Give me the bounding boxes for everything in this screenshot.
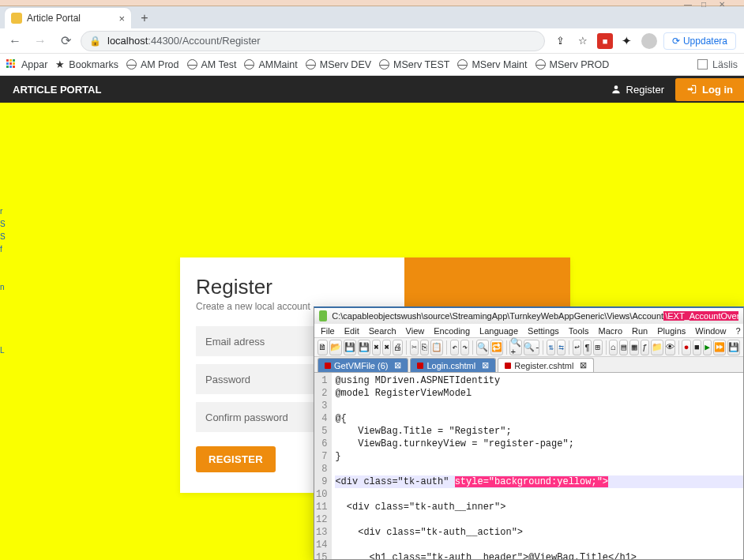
apps-button[interactable]: Appar	[6, 59, 47, 70]
menu-item[interactable]: Edit	[344, 326, 359, 336]
person-icon	[611, 84, 622, 95]
os-titlebar: — □ ✕	[0, 0, 744, 6]
new-tab-button[interactable]: +	[134, 8, 155, 28]
window-minimize-icon[interactable]: —	[684, 0, 693, 6]
bookmark-item[interactable]: AM Test	[187, 59, 237, 70]
file-tab[interactable]: Login.cshtml⊠	[410, 358, 496, 372]
file-tab-active[interactable]: Register.cshtml⊠	[498, 358, 594, 372]
bookmarks-bar: Appar ★Bookmarks AM Prod AM Test AMMaint…	[0, 54, 744, 76]
extensions-button[interactable]: ✦	[619, 33, 635, 49]
bookmark-item[interactable]: MServ Maint	[457, 59, 527, 70]
menu-item[interactable]: Macro	[598, 326, 622, 336]
apps-grid-icon	[6, 59, 17, 70]
undo-icon[interactable]: ↶	[450, 340, 459, 355]
menu-item[interactable]: Search	[369, 326, 396, 336]
login-button[interactable]: Log in	[675, 78, 744, 101]
star-icon: ★	[55, 58, 65, 70]
menu-item[interactable]: Encoding	[434, 326, 470, 336]
save-all-icon[interactable]: 💾	[358, 340, 370, 355]
record-macro-icon[interactable]: ●	[682, 340, 690, 355]
notepad-file-tabs: GetVMFile (6)⊠ Login.cshtml⊠ Register.cs…	[314, 357, 743, 373]
register-button[interactable]: REGISTER	[196, 446, 276, 472]
open-icon[interactable]: 📂	[329, 340, 342, 355]
share-icon[interactable]: ⇪	[553, 33, 569, 49]
notepad-app-icon	[319, 310, 327, 321]
forward-button[interactable]: →	[30, 31, 51, 51]
zoom-out-icon[interactable]: 🔍-	[524, 340, 539, 355]
lang-icon[interactable]: ⌂	[609, 340, 618, 355]
doc-map-icon[interactable]: ▤	[619, 340, 628, 355]
browser-tab[interactable]: Article Portal ×	[5, 8, 131, 28]
bookmark-item[interactable]: AM Prod	[126, 59, 179, 70]
tab-close-icon[interactable]: ×	[118, 13, 125, 24]
menu-item[interactable]: ?	[735, 326, 740, 336]
globe-icon	[379, 59, 389, 70]
bookmarks-folder[interactable]: ★Bookmarks	[55, 58, 118, 70]
bookmark-item[interactable]: MServ TEST	[379, 59, 449, 70]
save-macro-icon[interactable]: 💾	[727, 340, 740, 355]
menu-item[interactable]: Window	[695, 326, 726, 336]
notepad-titlebar[interactable]: C:\capableobjectswush\source\StreamingAp…	[314, 308, 743, 324]
window-maximize-icon[interactable]: □	[701, 0, 711, 6]
notepad-menubar[interactable]: File Edit Search View Encoding Language …	[314, 324, 743, 338]
save-icon[interactable]: 💾	[344, 340, 356, 355]
close-file-icon[interactable]: ✖	[372, 340, 381, 355]
modified-dot-icon	[505, 363, 511, 369]
indent-guide-icon[interactable]: ⊞	[593, 340, 602, 355]
toolbar-right: ⇪ ☆ ■ ✦ ⟳Uppdatera	[550, 32, 739, 50]
close-all-icon[interactable]: ✖	[382, 340, 391, 355]
extension-icon[interactable]: ■	[597, 33, 613, 49]
doc-list-icon[interactable]: ▦	[629, 340, 638, 355]
menu-item[interactable]: Settings	[528, 326, 559, 336]
menu-item[interactable]: Tools	[569, 326, 589, 336]
paste-icon[interactable]: 📋	[430, 340, 443, 355]
reading-list-button[interactable]: Läslis	[697, 59, 738, 70]
profile-avatar[interactable]	[641, 33, 657, 49]
bookmark-item[interactable]: AMMaint	[244, 59, 297, 70]
globe-icon	[457, 59, 468, 70]
wordwrap-icon[interactable]: ↩	[573, 340, 581, 355]
menu-item[interactable]: Plugins	[657, 326, 686, 336]
sync-h-icon[interactable]: ⇆	[557, 340, 566, 355]
sync-v-icon[interactable]: ⇅	[547, 340, 555, 355]
globe-icon	[306, 59, 316, 70]
update-button[interactable]: ⟳Uppdatera	[663, 32, 736, 50]
find-icon[interactable]: 🔍	[476, 340, 489, 355]
notepad-window[interactable]: C:\capableobjectswush\source\StreamingAp…	[314, 306, 744, 560]
new-file-icon[interactable]: 🗎	[318, 340, 328, 355]
folder-icon[interactable]: 📁	[651, 340, 663, 355]
play-macro-icon[interactable]: ▶	[703, 340, 712, 355]
star-icon[interactable]: ☆	[575, 33, 591, 49]
notepad-toolbar: 🗎 📂 💾 💾 ✖ ✖ 🖨 ✂ ⎘ 📋 ↶ ↷ 🔍 🔁 🔍+ 🔍- ⇅ ⇆ ↩ …	[314, 338, 743, 357]
allchars-icon[interactable]: ¶	[583, 340, 592, 355]
code-area[interactable]: @using MDriven.ASPNETIdentity@model Regi…	[332, 373, 743, 559]
copy-icon[interactable]: ⎘	[420, 340, 429, 355]
monitor-icon[interactable]: 👁	[665, 340, 675, 355]
address-bar[interactable]: 🔒 localhost:44300/Account/Register	[81, 31, 545, 51]
window-close-icon[interactable]: ✕	[719, 0, 728, 6]
menu-item[interactable]: Language	[479, 326, 518, 336]
browser-tab-strip: Article Portal × +	[0, 6, 744, 28]
cut-icon[interactable]: ✂	[410, 340, 419, 355]
replace-icon[interactable]: 🔁	[490, 340, 503, 355]
bookmark-item[interactable]: MServ DEV	[306, 59, 371, 70]
fast-macro-icon[interactable]: ⏩	[713, 340, 726, 355]
menu-item[interactable]: File	[321, 326, 335, 336]
reload-button[interactable]: ⟳	[55, 31, 76, 51]
globe-icon	[244, 59, 254, 70]
zoom-in-icon[interactable]: 🔍+	[509, 340, 522, 355]
register-link[interactable]: Register	[611, 84, 664, 96]
func-list-icon[interactable]: ƒ	[641, 340, 649, 355]
modified-dot-icon	[417, 363, 423, 369]
login-icon	[686, 84, 697, 95]
print-icon[interactable]: 🖨	[393, 340, 403, 355]
back-button[interactable]: ←	[5, 31, 25, 51]
menu-item[interactable]: Run	[632, 326, 648, 336]
stop-macro-icon[interactable]: ■	[693, 340, 701, 355]
notepad-editor[interactable]: 123456789101112131415161718192021222324 …	[314, 373, 743, 559]
menu-item[interactable]: View	[406, 326, 425, 336]
redo-icon[interactable]: ↷	[460, 340, 469, 355]
browser-toolbar: ← → ⟳ 🔒 localhost:44300/Account/Register…	[0, 28, 744, 54]
bookmark-item[interactable]: MServ PROD	[535, 59, 610, 70]
file-tab[interactable]: GetVMFile (6)⊠	[318, 358, 408, 372]
